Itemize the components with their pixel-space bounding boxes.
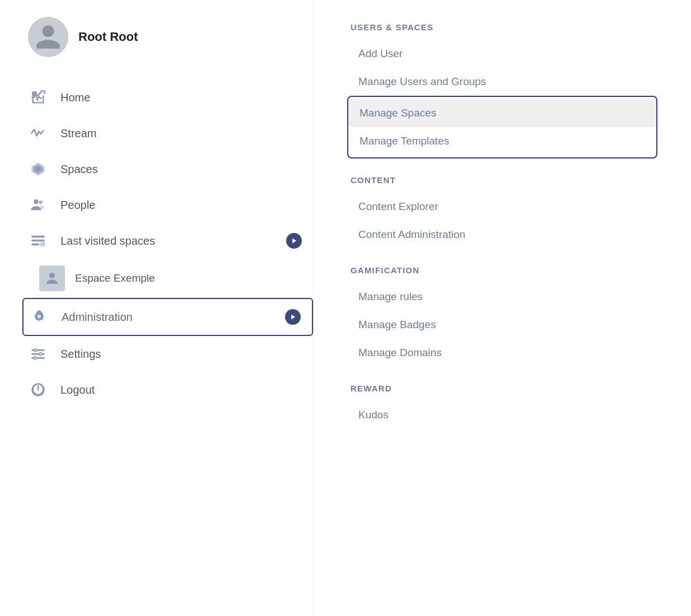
main-content: USERS & SPACES Add User Manage Users and… — [314, 0, 691, 616]
administration-label: Administration — [62, 311, 273, 324]
user-name: Root Root — [78, 30, 138, 44]
settings-icon — [28, 344, 48, 364]
menu-item-manage-rules[interactable]: Manage rules — [347, 283, 657, 311]
sidebar-item-logout[interactable]: Logout — [22, 372, 313, 408]
people-icon — [28, 195, 48, 215]
nav-list: Home Stream Spaces — [22, 80, 313, 408]
stream-icon — [28, 123, 48, 143]
svg-rect-7 — [31, 240, 44, 242]
avatar — [28, 17, 68, 57]
svg-point-17 — [34, 349, 37, 352]
section-title-content: CONTENT — [347, 175, 657, 185]
section-content: CONTENT Content Explorer Content Adminis… — [347, 175, 657, 249]
svg-rect-16 — [31, 357, 44, 359]
user-profile: Root Root — [22, 17, 313, 57]
settings-label: Settings — [60, 348, 302, 361]
svg-rect-15 — [31, 353, 44, 355]
administration-arrow[interactable] — [285, 309, 301, 325]
svg-rect-8 — [31, 244, 39, 246]
sidebar-item-people-label: People — [60, 199, 302, 212]
section-title-gamification: GAMIFICATION — [347, 265, 657, 275]
svg-point-18 — [39, 353, 42, 356]
sidebar-item-stream-label: Stream — [60, 127, 302, 140]
space-avatar — [39, 265, 65, 291]
svg-point-5 — [39, 200, 43, 204]
svg-point-11 — [49, 273, 55, 278]
sidebar-item-home[interactable]: Home — [22, 80, 313, 115]
svg-marker-10 — [292, 239, 296, 243]
sidebar-item-people[interactable]: People — [22, 187, 313, 223]
logout-icon — [28, 380, 48, 400]
svg-point-4 — [34, 199, 38, 204]
svg-rect-14 — [31, 349, 44, 351]
sidebar-item-last-visited[interactable]: Last visited spaces — [22, 223, 313, 259]
menu-group-box-spaces: Manage Spaces Manage Templates — [347, 96, 657, 158]
menu-item-kudos[interactable]: Kudos — [347, 401, 657, 429]
sidebar-item-spaces[interactable]: Spaces — [22, 151, 313, 187]
administration-icon — [29, 307, 49, 327]
sidebar-item-espace-exemple[interactable]: Espace Exemple — [22, 259, 313, 298]
menu-item-manage-domains[interactable]: Manage Domains — [347, 339, 657, 367]
sidebar-item-administration[interactable]: Administration — [22, 298, 313, 336]
section-title-reward: REWARD — [347, 384, 657, 393]
section-users-spaces: USERS & SPACES Add User Manage Users and… — [347, 22, 657, 158]
menu-item-add-user[interactable]: Add User — [347, 40, 657, 68]
sidebar: Root Root Home Stream — [0, 0, 314, 616]
svg-rect-6 — [31, 236, 44, 238]
menu-item-manage-templates[interactable]: Manage Templates — [348, 127, 656, 155]
svg-point-12 — [38, 315, 41, 318]
menu-item-manage-badges[interactable]: Manage Badges — [347, 311, 657, 339]
spaces-icon — [28, 159, 48, 179]
section-title-users-spaces: USERS & SPACES — [347, 22, 657, 32]
menu-item-manage-spaces[interactable]: Manage Spaces — [348, 99, 656, 127]
home-icon — [28, 87, 48, 108]
menu-item-manage-users-groups[interactable]: Manage Users and Groups — [347, 68, 657, 96]
menu-item-content-explorer[interactable]: Content Explorer — [347, 193, 657, 221]
sidebar-item-spaces-label: Spaces — [60, 163, 302, 176]
logout-label: Logout — [60, 384, 302, 396]
sidebar-item-last-visited-label: Last visited spaces — [60, 235, 274, 248]
sidebar-item-home-label: Home — [60, 91, 302, 104]
last-visited-icon — [28, 231, 48, 251]
sidebar-item-settings[interactable]: Settings — [22, 336, 313, 372]
svg-point-19 — [34, 357, 37, 360]
last-visited-arrow[interactable] — [286, 233, 302, 249]
svg-marker-13 — [291, 315, 295, 319]
sidebar-item-stream[interactable]: Stream — [22, 115, 313, 151]
menu-item-content-administration[interactable]: Content Administration — [347, 221, 657, 249]
section-reward: REWARD Kudos — [347, 384, 657, 429]
espace-exemple-label: Espace Exemple — [75, 272, 155, 284]
section-gamification: GAMIFICATION Manage rules Manage Badges … — [347, 265, 657, 367]
